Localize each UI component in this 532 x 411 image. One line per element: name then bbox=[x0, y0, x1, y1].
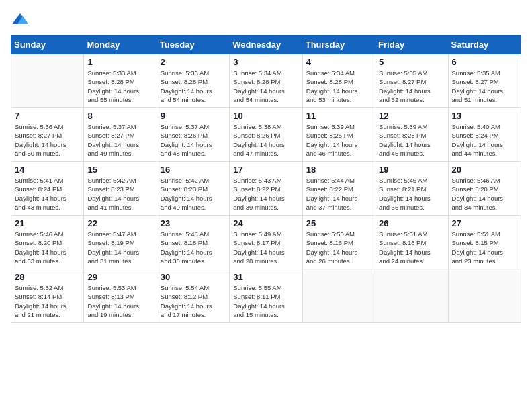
day-number: 16 bbox=[161, 165, 226, 175]
day-number: 2 bbox=[161, 57, 226, 67]
calendar-cell: 23Sunrise: 5:48 AM Sunset: 8:18 PM Dayli… bbox=[157, 216, 229, 269]
day-number: 19 bbox=[379, 165, 444, 175]
weekday-header-sunday: Sunday bbox=[11, 36, 84, 54]
calendar-cell: 28Sunrise: 5:52 AM Sunset: 8:14 PM Dayli… bbox=[11, 269, 84, 323]
calendar-cell: 30Sunrise: 5:54 AM Sunset: 8:12 PM Dayli… bbox=[157, 269, 229, 323]
day-number: 24 bbox=[233, 218, 298, 228]
day-info: Sunrise: 5:43 AM Sunset: 8:22 PM Dayligh… bbox=[233, 176, 298, 212]
day-info: Sunrise: 5:34 AM Sunset: 8:28 PM Dayligh… bbox=[233, 68, 298, 104]
day-info: Sunrise: 5:37 AM Sunset: 8:26 PM Dayligh… bbox=[161, 122, 226, 158]
logo bbox=[11, 11, 32, 30]
day-info: Sunrise: 5:42 AM Sunset: 8:23 PM Dayligh… bbox=[87, 176, 152, 212]
day-info: Sunrise: 5:46 AM Sunset: 8:20 PM Dayligh… bbox=[15, 230, 80, 265]
day-info: Sunrise: 5:45 AM Sunset: 8:21 PM Dayligh… bbox=[379, 176, 444, 212]
calendar-week-5: 28Sunrise: 5:52 AM Sunset: 8:14 PM Dayli… bbox=[11, 269, 521, 323]
calendar-cell bbox=[302, 269, 375, 323]
calendar-cell: 27Sunrise: 5:51 AM Sunset: 8:15 PM Dayli… bbox=[448, 216, 521, 269]
calendar-week-2: 7Sunrise: 5:36 AM Sunset: 8:27 PM Daylig… bbox=[11, 108, 521, 162]
calendar-cell: 2Sunrise: 5:33 AM Sunset: 8:28 PM Daylig… bbox=[157, 54, 229, 108]
day-number: 31 bbox=[233, 272, 298, 282]
day-info: Sunrise: 5:33 AM Sunset: 8:28 PM Dayligh… bbox=[161, 68, 226, 104]
day-number: 28 bbox=[15, 272, 80, 282]
day-info: Sunrise: 5:46 AM Sunset: 8:20 PM Dayligh… bbox=[452, 176, 517, 212]
calendar-body: 1Sunrise: 5:33 AM Sunset: 8:28 PM Daylig… bbox=[11, 54, 521, 323]
day-info: Sunrise: 5:52 AM Sunset: 8:14 PM Dayligh… bbox=[15, 283, 80, 319]
calendar-cell: 11Sunrise: 5:39 AM Sunset: 8:25 PM Dayli… bbox=[302, 108, 375, 162]
calendar-cell: 1Sunrise: 5:33 AM Sunset: 8:28 PM Daylig… bbox=[84, 54, 157, 108]
day-number: 20 bbox=[452, 165, 517, 175]
calendar-cell: 3Sunrise: 5:34 AM Sunset: 8:28 PM Daylig… bbox=[230, 54, 302, 108]
day-info: Sunrise: 5:53 AM Sunset: 8:13 PM Dayligh… bbox=[87, 283, 152, 319]
day-number: 1 bbox=[87, 57, 152, 67]
day-number: 5 bbox=[379, 57, 444, 67]
calendar-cell: 29Sunrise: 5:53 AM Sunset: 8:13 PM Dayli… bbox=[84, 269, 157, 323]
day-info: Sunrise: 5:39 AM Sunset: 8:25 PM Dayligh… bbox=[379, 122, 444, 158]
calendar-cell: 31Sunrise: 5:55 AM Sunset: 8:11 PM Dayli… bbox=[230, 269, 302, 323]
day-number: 30 bbox=[161, 272, 226, 282]
day-number: 9 bbox=[161, 111, 226, 121]
day-number: 22 bbox=[87, 218, 152, 228]
calendar-cell: 7Sunrise: 5:36 AM Sunset: 8:27 PM Daylig… bbox=[11, 108, 84, 162]
day-info: Sunrise: 5:40 AM Sunset: 8:24 PM Dayligh… bbox=[452, 122, 517, 158]
day-number: 13 bbox=[452, 111, 517, 121]
day-number: 4 bbox=[306, 57, 371, 67]
day-number: 27 bbox=[452, 218, 517, 228]
day-info: Sunrise: 5:36 AM Sunset: 8:27 PM Dayligh… bbox=[15, 122, 80, 158]
calendar-week-1: 1Sunrise: 5:33 AM Sunset: 8:28 PM Daylig… bbox=[11, 54, 521, 108]
weekday-header-friday: Friday bbox=[375, 36, 448, 54]
day-number: 6 bbox=[452, 57, 517, 67]
calendar-cell: 6Sunrise: 5:35 AM Sunset: 8:27 PM Daylig… bbox=[448, 54, 521, 108]
day-info: Sunrise: 5:34 AM Sunset: 8:28 PM Dayligh… bbox=[306, 68, 371, 104]
calendar-header-row: SundayMondayTuesdayWednesdayThursdayFrid… bbox=[11, 36, 521, 54]
calendar-cell: 12Sunrise: 5:39 AM Sunset: 8:25 PM Dayli… bbox=[375, 108, 448, 162]
calendar-week-4: 21Sunrise: 5:46 AM Sunset: 8:20 PM Dayli… bbox=[11, 216, 521, 269]
day-number: 17 bbox=[233, 165, 298, 175]
calendar-cell: 5Sunrise: 5:35 AM Sunset: 8:27 PM Daylig… bbox=[375, 54, 448, 108]
day-number: 26 bbox=[379, 218, 444, 228]
calendar-cell: 4Sunrise: 5:34 AM Sunset: 8:28 PM Daylig… bbox=[302, 54, 375, 108]
calendar-cell: 24Sunrise: 5:49 AM Sunset: 8:17 PM Dayli… bbox=[230, 216, 302, 269]
day-number: 18 bbox=[306, 165, 371, 175]
weekday-header-wednesday: Wednesday bbox=[230, 36, 302, 54]
calendar-cell: 25Sunrise: 5:50 AM Sunset: 8:16 PM Dayli… bbox=[302, 216, 375, 269]
calendar-cell: 22Sunrise: 5:47 AM Sunset: 8:19 PM Dayli… bbox=[84, 216, 157, 269]
calendar-cell: 20Sunrise: 5:46 AM Sunset: 8:20 PM Dayli… bbox=[448, 162, 521, 216]
day-info: Sunrise: 5:35 AM Sunset: 8:27 PM Dayligh… bbox=[452, 68, 517, 104]
weekday-header-saturday: Saturday bbox=[448, 36, 521, 54]
day-info: Sunrise: 5:44 AM Sunset: 8:22 PM Dayligh… bbox=[306, 176, 371, 212]
day-info: Sunrise: 5:35 AM Sunset: 8:27 PM Dayligh… bbox=[379, 68, 444, 104]
day-number: 12 bbox=[379, 111, 444, 121]
day-number: 8 bbox=[87, 111, 152, 121]
day-info: Sunrise: 5:38 AM Sunset: 8:26 PM Dayligh… bbox=[233, 122, 298, 158]
day-number: 10 bbox=[233, 111, 298, 121]
day-info: Sunrise: 5:50 AM Sunset: 8:16 PM Dayligh… bbox=[306, 230, 371, 265]
day-info: Sunrise: 5:51 AM Sunset: 8:15 PM Dayligh… bbox=[452, 230, 517, 265]
page-header bbox=[11, 11, 521, 30]
calendar-cell: 9Sunrise: 5:37 AM Sunset: 8:26 PM Daylig… bbox=[157, 108, 229, 162]
day-number: 15 bbox=[87, 165, 152, 175]
day-number: 21 bbox=[15, 218, 80, 228]
weekday-header-tuesday: Tuesday bbox=[157, 36, 229, 54]
day-number: 11 bbox=[306, 111, 371, 121]
day-info: Sunrise: 5:39 AM Sunset: 8:25 PM Dayligh… bbox=[306, 122, 371, 158]
day-number: 14 bbox=[15, 165, 80, 175]
logo-icon bbox=[11, 11, 30, 30]
day-info: Sunrise: 5:42 AM Sunset: 8:23 PM Dayligh… bbox=[161, 176, 226, 212]
day-number: 23 bbox=[161, 218, 226, 228]
weekday-header-monday: Monday bbox=[84, 36, 157, 54]
calendar-cell: 21Sunrise: 5:46 AM Sunset: 8:20 PM Dayli… bbox=[11, 216, 84, 269]
day-info: Sunrise: 5:49 AM Sunset: 8:17 PM Dayligh… bbox=[233, 230, 298, 265]
calendar-cell: 15Sunrise: 5:42 AM Sunset: 8:23 PM Dayli… bbox=[84, 162, 157, 216]
day-number: 25 bbox=[306, 218, 371, 228]
calendar-cell bbox=[11, 54, 84, 108]
day-info: Sunrise: 5:51 AM Sunset: 8:16 PM Dayligh… bbox=[379, 230, 444, 265]
calendar-table: SundayMondayTuesdayWednesdayThursdayFrid… bbox=[11, 35, 521, 323]
weekday-header-thursday: Thursday bbox=[302, 36, 375, 54]
calendar-cell: 16Sunrise: 5:42 AM Sunset: 8:23 PM Dayli… bbox=[157, 162, 229, 216]
calendar-week-3: 14Sunrise: 5:41 AM Sunset: 8:24 PM Dayli… bbox=[11, 162, 521, 216]
calendar-cell: 14Sunrise: 5:41 AM Sunset: 8:24 PM Dayli… bbox=[11, 162, 84, 216]
calendar-cell: 17Sunrise: 5:43 AM Sunset: 8:22 PM Dayli… bbox=[230, 162, 302, 216]
day-number: 3 bbox=[233, 57, 298, 67]
calendar-cell: 19Sunrise: 5:45 AM Sunset: 8:21 PM Dayli… bbox=[375, 162, 448, 216]
calendar-cell bbox=[375, 269, 448, 323]
